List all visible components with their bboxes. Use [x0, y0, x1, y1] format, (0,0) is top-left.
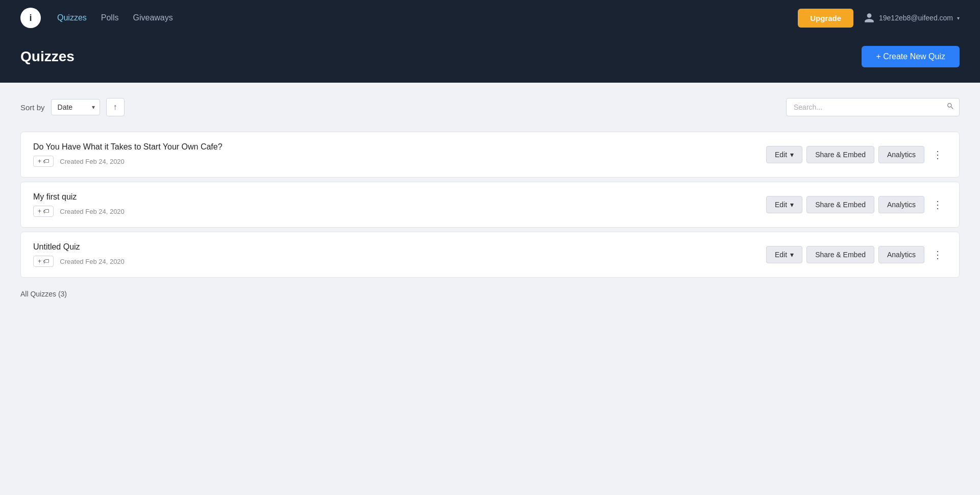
- add-tag-button[interactable]: + 🏷: [33, 206, 54, 217]
- user-icon: [864, 12, 875, 23]
- header-right: Upgrade 19e12eb8@uifeed.com ▾: [798, 9, 960, 28]
- search-button[interactable]: [946, 102, 954, 112]
- more-options-button[interactable]: ⋮: [928, 246, 947, 263]
- sort-area: Sort by Date Name Created ↑: [20, 98, 125, 116]
- edit-button[interactable]: Edit ▾: [766, 146, 802, 163]
- quiz-actions: Edit ▾ Share & Embed Analytics ⋮: [766, 146, 947, 163]
- sort-order-button[interactable]: ↑: [106, 98, 125, 116]
- analytics-button[interactable]: Analytics: [878, 196, 924, 213]
- upgrade-button[interactable]: Upgrade: [798, 9, 853, 28]
- quiz-count: All Quizzes (3): [20, 290, 960, 298]
- quiz-item: Untitled Quiz + 🏷 Created Feb 24, 2020 E…: [20, 232, 960, 278]
- more-options-button[interactable]: ⋮: [928, 196, 947, 213]
- quiz-meta: + 🏷 Created Feb 24, 2020: [33, 206, 125, 217]
- analytics-button[interactable]: Analytics: [878, 246, 924, 263]
- quiz-item: Do You Have What it Takes to Start Your …: [20, 132, 960, 178]
- quiz-date: Created Feb 24, 2020: [60, 258, 124, 265]
- nav-item-quizzes[interactable]: Quizzes: [57, 13, 87, 22]
- share-embed-button[interactable]: Share & Embed: [806, 146, 874, 163]
- add-tag-button[interactable]: + 🏷: [33, 156, 54, 167]
- user-menu[interactable]: 19e12eb8@uifeed.com ▾: [864, 12, 960, 23]
- nav-item-giveaways[interactable]: Giveaways: [133, 13, 173, 22]
- quiz-meta: + 🏷 Created Feb 24, 2020: [33, 256, 125, 267]
- main-nav: Quizzes Polls Giveaways: [57, 13, 173, 22]
- sort-label: Sort by: [20, 103, 45, 112]
- main-content: Sort by Date Name Created ↑ Do: [0, 83, 980, 491]
- header-left: i Quizzes Polls Giveaways: [20, 8, 173, 28]
- nav-item-polls[interactable]: Polls: [101, 13, 119, 22]
- quiz-item: My first quiz + 🏷 Created Feb 24, 2020 E…: [20, 182, 960, 228]
- tag-icon: + 🏷: [38, 208, 49, 215]
- edit-button[interactable]: Edit ▾: [766, 196, 802, 213]
- logo[interactable]: i: [20, 8, 41, 28]
- more-options-button[interactable]: ⋮: [928, 146, 947, 163]
- share-embed-button[interactable]: Share & Embed: [806, 196, 874, 213]
- chevron-down-icon: ▾: [957, 15, 960, 21]
- quiz-title: Untitled Quiz: [33, 242, 125, 252]
- quiz-title: My first quiz: [33, 192, 125, 202]
- quiz-list: Do You Have What it Takes to Start Your …: [20, 132, 960, 282]
- quiz-title: Do You Have What it Takes to Start Your …: [33, 142, 223, 152]
- header: i Quizzes Polls Giveaways Upgrade 19e12e…: [0, 0, 980, 36]
- sort-select-wrapper: Date Name Created: [51, 99, 100, 115]
- tag-icon: + 🏷: [38, 158, 49, 165]
- edit-button[interactable]: Edit ▾: [766, 246, 802, 263]
- quiz-date: Created Feb 24, 2020: [60, 208, 124, 215]
- add-tag-button[interactable]: + 🏷: [33, 256, 54, 267]
- search-input[interactable]: [786, 98, 960, 116]
- quiz-info: Untitled Quiz + 🏷 Created Feb 24, 2020: [33, 242, 125, 267]
- analytics-button[interactable]: Analytics: [878, 146, 924, 163]
- quiz-info: Do You Have What it Takes to Start Your …: [33, 142, 223, 167]
- tag-icon: + 🏷: [38, 258, 49, 265]
- sort-select[interactable]: Date Name Created: [51, 99, 100, 115]
- quiz-actions: Edit ▾ Share & Embed Analytics ⋮: [766, 196, 947, 213]
- page-title-bar: Quizzes + Create New Quiz: [0, 36, 980, 83]
- toolbar: Sort by Date Name Created ↑: [20, 98, 960, 116]
- share-embed-button[interactable]: Share & Embed: [806, 246, 874, 263]
- quiz-date: Created Feb 24, 2020: [60, 158, 124, 165]
- quiz-actions: Edit ▾ Share & Embed Analytics ⋮: [766, 246, 947, 263]
- chevron-down-icon: ▾: [790, 251, 794, 259]
- user-email: 19e12eb8@uifeed.com: [879, 14, 953, 22]
- create-new-quiz-button[interactable]: + Create New Quiz: [862, 46, 960, 67]
- quiz-info: My first quiz + 🏷 Created Feb 24, 2020: [33, 192, 125, 217]
- search-area: [786, 98, 960, 116]
- page-title: Quizzes: [20, 48, 75, 65]
- chevron-down-icon: ▾: [790, 201, 794, 209]
- chevron-down-icon: ▾: [790, 151, 794, 159]
- search-icon: [946, 102, 954, 110]
- quiz-meta: + 🏷 Created Feb 24, 2020: [33, 156, 223, 167]
